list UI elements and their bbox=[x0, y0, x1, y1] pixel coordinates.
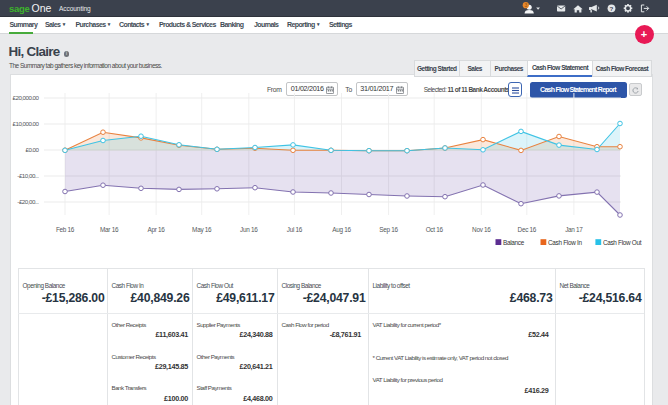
svg-text:Dec 16: Dec 16 bbox=[518, 226, 537, 233]
svg-text:Cash Flow Out: Cash Flow Out bbox=[603, 239, 642, 246]
svg-text:£0.00: £0.00 bbox=[26, 146, 40, 153]
svg-text:Apr 16: Apr 16 bbox=[148, 226, 166, 234]
svg-text:Balance: Balance bbox=[503, 239, 525, 246]
svg-text:Sep 16: Sep 16 bbox=[379, 226, 398, 234]
svg-text:Aug 16: Aug 16 bbox=[332, 226, 351, 234]
svg-text:Mar 16: Mar 16 bbox=[100, 226, 119, 233]
svg-text:£10,000.00: £10,000.00 bbox=[13, 120, 40, 127]
svg-text:Jul 16: Jul 16 bbox=[287, 226, 303, 233]
svg-text:Jan 17: Jan 17 bbox=[565, 226, 583, 233]
svg-text:Nov 16: Nov 16 bbox=[472, 226, 491, 233]
svg-text:£20,000.00: £20,000.00 bbox=[13, 94, 40, 101]
svg-text:Oct 16: Oct 16 bbox=[426, 226, 444, 233]
svg-text:Feb 16: Feb 16 bbox=[56, 226, 75, 233]
svg-text:Jun 16: Jun 16 bbox=[240, 226, 258, 233]
svg-text:May 16: May 16 bbox=[192, 226, 212, 234]
svg-text:-£20,00...: -£20,00... bbox=[17, 198, 39, 205]
svg-text:Cash Flow In: Cash Flow In bbox=[548, 239, 582, 246]
svg-text:-£10,00...: -£10,00... bbox=[17, 172, 39, 179]
